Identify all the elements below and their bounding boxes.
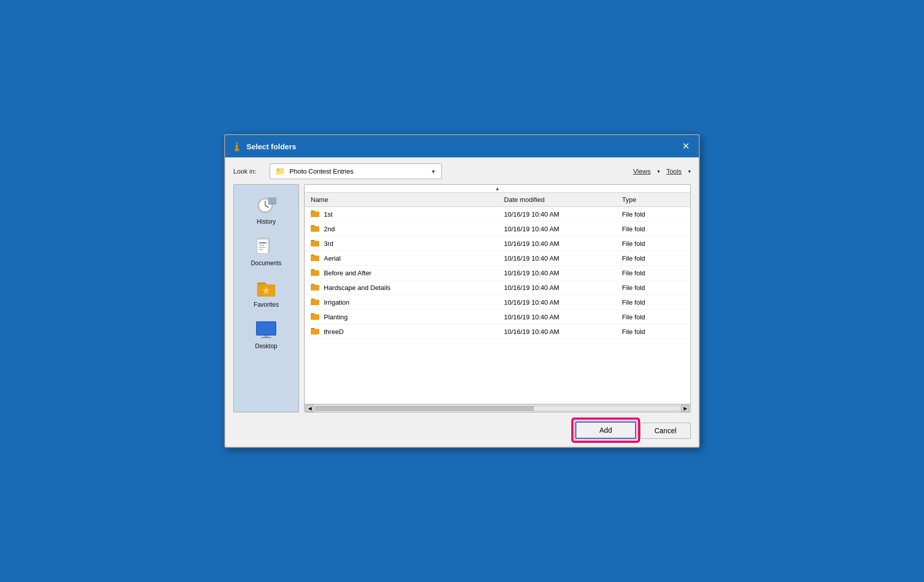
sidebar-item-favorites[interactable]: Favorites <box>234 273 299 312</box>
add-button[interactable]: Add <box>575 422 636 439</box>
history-svg-icon <box>254 194 278 216</box>
svg-rect-22 <box>311 212 319 217</box>
button-row: Add Cancel <box>233 418 691 441</box>
horizontal-scrollbar[interactable]: ◀ ▶ <box>305 404 690 412</box>
svg-rect-14 <box>259 249 263 250</box>
file-date: 10/16/19 10:40 AM <box>500 296 618 309</box>
sidebar: History Do <box>233 184 299 412</box>
sidebar-history-label: History <box>257 218 275 225</box>
file-type: File fold <box>618 310 690 324</box>
scroll-right-arrow[interactable]: ▶ <box>681 405 689 412</box>
file-name: Before and After <box>324 269 371 277</box>
app-icon <box>231 141 242 152</box>
views-arrow-icon: ▾ <box>657 169 660 174</box>
scroll-thumb[interactable] <box>315 406 534 410</box>
svg-rect-27 <box>311 285 319 290</box>
file-name-cell: Before and After <box>305 266 500 280</box>
folder-icon: 📁 <box>275 167 285 176</box>
sidebar-favorites-label: Favorites <box>254 301 278 308</box>
svg-rect-24 <box>311 241 319 246</box>
scroll-track[interactable] <box>315 406 680 411</box>
title-bar-left: Select folders <box>231 141 296 152</box>
look-in-value: Photo Contest Entries <box>289 168 353 175</box>
table-row[interactable]: Before and After 10/16/19 10:40 AM File … <box>305 266 690 280</box>
file-name: 3rd <box>324 240 333 247</box>
title-bar: Select folders ✕ <box>225 135 699 157</box>
file-type: File fold <box>618 296 690 309</box>
svg-rect-30 <box>311 329 319 335</box>
table-row[interactable]: Planting 10/16/19 10:40 AM File fold <box>305 310 690 324</box>
file-date: 10/16/19 10:40 AM <box>500 310 618 324</box>
svg-rect-13 <box>259 247 265 248</box>
column-header-type[interactable]: Type <box>618 193 690 206</box>
file-name-cell: Aerial <box>305 251 500 265</box>
file-name-cell: threeD <box>305 324 500 339</box>
svg-rect-29 <box>311 314 319 320</box>
toolbar-right: Views ▾ Tools ▾ <box>628 165 691 178</box>
svg-rect-15 <box>266 238 267 253</box>
file-type: File fold <box>618 207 690 221</box>
history-icon <box>253 194 279 216</box>
look-in-label: Look in: <box>233 168 264 175</box>
sidebar-item-documents[interactable]: Documents <box>234 231 299 271</box>
file-type: File fold <box>618 281 690 295</box>
cancel-button[interactable]: Cancel <box>640 423 691 439</box>
file-name: Hardscape and Details <box>324 284 391 292</box>
close-button[interactable]: ✕ <box>679 139 693 153</box>
file-name-cell: 3rd <box>305 236 500 251</box>
file-panel: ▲ Name Date modified Type 1st 10/16/19 1… <box>304 184 691 412</box>
sidebar-item-desktop[interactable]: Desktop <box>234 314 299 354</box>
file-name-cell: Hardscape and Details <box>305 280 500 295</box>
column-header-name[interactable]: Name <box>305 193 500 206</box>
table-row[interactable]: 1st 10/16/19 10:40 AM File fold <box>305 207 690 222</box>
add-button-wrapper: Add <box>575 422 636 439</box>
svg-rect-21 <box>261 337 271 338</box>
main-area: History Do <box>233 184 691 412</box>
file-name: threeD <box>324 328 344 336</box>
svg-rect-1 <box>236 145 238 150</box>
table-row[interactable]: 3rd 10/16/19 10:40 AM File fold <box>305 236 690 251</box>
dialog-body: Look in: 📁 Photo Contest Entries ▼ Views… <box>225 157 699 447</box>
svg-rect-19 <box>257 322 275 335</box>
table-row[interactable]: Hardscape and Details 10/16/19 10:40 AM … <box>305 280 690 295</box>
folder-icon <box>311 313 320 321</box>
documents-svg-icon <box>255 236 277 257</box>
file-name-cell: 1st <box>305 207 500 221</box>
folder-icon <box>311 327 320 336</box>
file-date: 10/16/19 10:40 AM <box>500 266 618 280</box>
svg-rect-25 <box>311 256 319 261</box>
table-row[interactable]: 2nd 10/16/19 10:40 AM File fold <box>305 222 690 236</box>
table-row[interactable]: Irrigation 10/16/19 10:40 AM File fold <box>305 295 690 310</box>
favorites-icon <box>253 277 279 299</box>
file-name: Irrigation <box>324 299 350 306</box>
file-type: File fold <box>618 325 690 339</box>
file-table-header: Name Date modified Type <box>305 193 690 207</box>
folder-icon <box>311 269 320 277</box>
file-name-cell: Planting <box>305 310 500 324</box>
svg-rect-12 <box>259 245 264 246</box>
scroll-left-arrow[interactable]: ◀ <box>306 405 314 412</box>
views-button[interactable]: Views <box>628 165 655 178</box>
folder-icon <box>311 225 320 233</box>
sidebar-desktop-label: Desktop <box>255 343 277 350</box>
file-date: 10/16/19 10:40 AM <box>500 252 618 265</box>
sidebar-item-history[interactable]: History <box>234 190 299 229</box>
folder-icon <box>311 239 320 247</box>
file-type: File fold <box>618 222 690 236</box>
svg-rect-8 <box>269 198 275 202</box>
folder-icon <box>311 298 320 306</box>
look-in-dropdown[interactable]: 📁 Photo Contest Entries ▼ <box>270 163 442 179</box>
svg-rect-28 <box>311 300 319 305</box>
column-header-date[interactable]: Date modified <box>500 193 618 206</box>
table-row[interactable]: Aerial 10/16/19 10:40 AM File fold <box>305 251 690 266</box>
desktop-svg-icon <box>255 319 277 340</box>
file-date: 10/16/19 10:40 AM <box>500 207 618 221</box>
table-row[interactable]: threeD 10/16/19 10:40 AM File fold <box>305 324 690 339</box>
file-name: Planting <box>324 313 348 321</box>
favorites-svg-icon <box>255 277 277 299</box>
tools-button[interactable]: Tools <box>662 165 686 178</box>
tools-arrow-icon: ▾ <box>688 169 691 174</box>
svg-rect-26 <box>311 270 319 276</box>
file-name: 1st <box>324 211 332 218</box>
file-date: 10/16/19 10:40 AM <box>500 325 618 339</box>
